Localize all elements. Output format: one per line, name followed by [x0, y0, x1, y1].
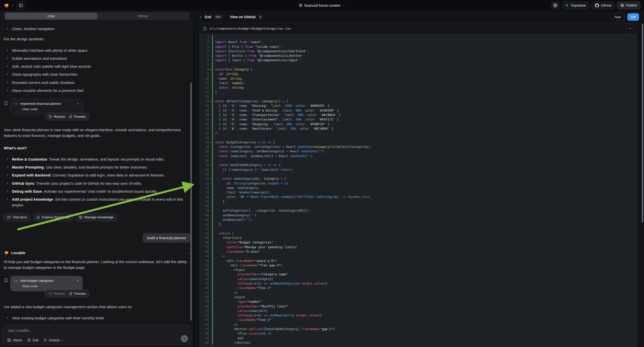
file-header[interactable]: src/components/budget/BudgetCategories.t… [200, 23, 637, 34]
code-line: 59 type="number" [200, 300, 637, 304]
line-number: 57 [200, 290, 209, 295]
code-icon [14, 102, 18, 106]
line-number: 31 [200, 172, 209, 176]
line-number: 35 [200, 190, 209, 195]
list-item: Refine & Customize: Tweak the design, an… [4, 156, 191, 162]
line-number: 32 [200, 176, 209, 181]
visit-docs-button[interactable]: Visit docs [4, 213, 30, 222]
chevron-left-icon[interactable] [199, 16, 202, 19]
sidebar-toggle-button[interactable] [17, 1, 25, 10]
code-line: 26 const [newCategory, setNewCategory] =… [200, 149, 637, 154]
github-label: GitHub [601, 4, 612, 7]
version-card-add-budget-categories[interactable]: Add budget categories View code [10, 276, 83, 291]
code-line: 61 value={newLimit} [200, 309, 637, 313]
project-name: financial-future-creator [304, 4, 340, 8]
line-number: 64 [200, 322, 209, 327]
fold-toggle-icon[interactable] [209, 176, 212, 181]
code-line: 50 <div className="space-y-6"> [200, 259, 637, 263]
send-button[interactable] [181, 335, 188, 342]
supabase-label: Supabase [571, 4, 586, 7]
code-line: 28 [200, 158, 637, 163]
list-item: Add project knowledge: Set key context o… [4, 196, 191, 208]
diff-button[interactable]: Diff [627, 13, 639, 21]
code-line: 43 [200, 226, 637, 231]
code-scrollbar[interactable] [642, 24, 643, 222]
project-switcher[interactable]: financial-future-creator [299, 4, 345, 8]
code-line: 53 placeholder="Category name" [200, 272, 637, 276]
chevron-down-icon[interactable] [11, 4, 14, 7]
tab-chat[interactable]: Chat [5, 13, 97, 20]
line-number: 16 [200, 104, 209, 108]
publish-button[interactable]: Publish [617, 2, 640, 10]
view-on-github-button[interactable]: View on GitHub [230, 15, 256, 19]
tab-history[interactable]: History [97, 13, 189, 20]
line-number: 54 [200, 277, 209, 281]
code-line: 32 const newCategoryObj: Category = { [200, 176, 637, 181]
chat-message-list[interactable]: Clean, intuitive navigation For the desi… [0, 22, 194, 323]
line-number: 68 [200, 340, 209, 345]
version-card-implement-financial-planner[interactable]: Implement financial planner View code [10, 99, 83, 114]
whats-next-heading: What's next? [4, 145, 191, 151]
restore-button[interactable]: Restore [49, 292, 65, 296]
chevron-right-icon[interactable] [76, 279, 80, 282]
github-button[interactable]: GitHub [592, 2, 615, 10]
code-line: 14 [200, 94, 637, 99]
fold-toggle-icon[interactable] [209, 140, 212, 144]
view-code-link[interactable]: View code [22, 284, 80, 288]
line-number: 63 [200, 318, 209, 322]
code-line: 24const BudgetCategories = () => { [200, 140, 637, 144]
code-line: 11 limit: number; [200, 81, 637, 86]
line-number: 9 [200, 72, 209, 76]
code-line: 9 id: string; [200, 72, 637, 76]
fold-toggle-icon[interactable] [209, 67, 212, 72]
code-lines[interactable]: 12import React from 'react';3import { Pl… [200, 34, 637, 347]
fold-toggle-icon[interactable] [209, 99, 212, 104]
attach-button[interactable]: Attach [7, 338, 22, 342]
line-number: 58 [200, 295, 209, 300]
code-line: 15const defaultCategories: Category[] = … [200, 99, 637, 104]
assistant-header: Lovable ··· [4, 250, 191, 256]
code-line: 37 }; [200, 200, 637, 204]
code-icon [14, 279, 18, 282]
supabase-button[interactable]: Supabase [562, 2, 590, 10]
restore-button[interactable]: Restore [49, 115, 65, 118]
code-line: 3import { Plus } from 'lucide-react'; [200, 44, 637, 49]
exit-button[interactable]: Exit [205, 15, 211, 19]
collapse-file-button[interactable] [626, 25, 634, 32]
bookmark-icon[interactable] [4, 101, 8, 106]
line-number: 27 [200, 154, 209, 158]
code-line: 1 [200, 35, 637, 40]
preview-button[interactable]: Preview [69, 292, 86, 296]
manage-knowledge-button[interactable]: Manage knowledge [76, 213, 117, 222]
g-shortcut-badge: G [258, 15, 264, 19]
edit-button[interactable]: Edit [27, 338, 38, 342]
github-icon [595, 4, 599, 8]
line-number: 43 [200, 226, 209, 231]
code-line: 35 limit: Number(newLimit), [200, 190, 637, 195]
code-line: 10 name: string; [200, 76, 637, 81]
line-number: 30 [200, 168, 209, 172]
bookmark-icon[interactable] [4, 278, 8, 282]
explore-supabase-button[interactable]: Explore Supabase [33, 213, 73, 222]
preview-button[interactable]: Preview [69, 115, 86, 118]
chat-history-tabs: Chat History [4, 12, 189, 20]
lovable-logo-icon[interactable] [4, 2, 10, 8]
line-number: 34 [200, 186, 209, 190]
chat-scrollbar[interactable] [190, 83, 192, 320]
gear-icon [553, 3, 557, 8]
code-line: 44 return ( [200, 231, 637, 236]
line-number: 52 [200, 268, 209, 272]
code-line: 27 const [newLimit, setNewLimit] = React… [200, 154, 637, 158]
restore-preview-pill: Restore Preview [45, 113, 89, 120]
chevron-right-icon[interactable] [76, 102, 80, 105]
code-line: 8interface Category { [200, 67, 637, 72]
settings-button[interactable] [551, 2, 560, 10]
chat-input[interactable] [8, 328, 186, 333]
code-line: 34 name: newCategory, [200, 186, 637, 190]
view-code-link[interactable]: View code [22, 107, 80, 111]
code-line: 33 id: String(categories.length + 1), [200, 181, 637, 186]
added-bullet-list: View existing budget categories with the… [4, 315, 191, 323]
fold-toggle-icon[interactable] [209, 163, 212, 167]
raw-button[interactable]: Raw [611, 13, 625, 21]
mode-select[interactable]: Default [44, 338, 64, 342]
